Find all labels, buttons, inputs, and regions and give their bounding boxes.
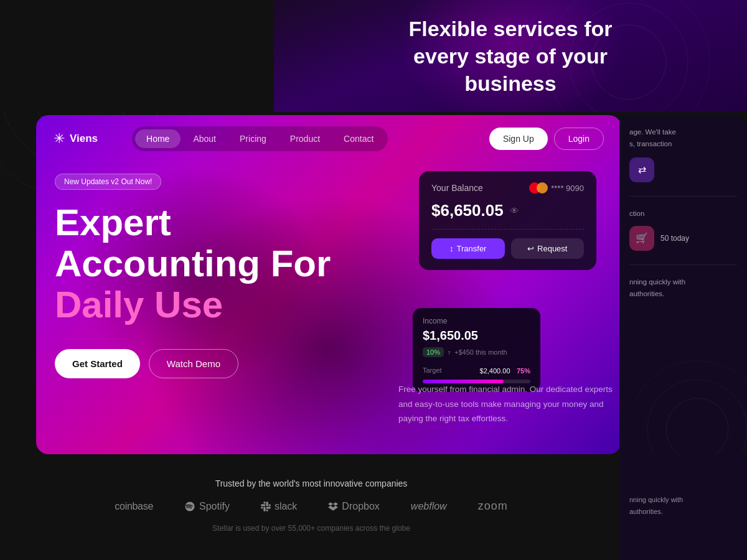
request-button[interactable]: ↩ Request	[511, 238, 585, 259]
signup-button[interactable]: Sign Up	[489, 128, 548, 150]
coinbase-logo: coinbase	[115, 501, 153, 512]
balance-amount: $6,650.05	[431, 201, 504, 220]
svg-point-9	[635, 361, 747, 454]
right-panel-block-1: age. We'll take s, transaction ⇄	[629, 126, 737, 182]
right-panel-amount: 50 today	[660, 234, 689, 243]
income-label: Income	[423, 317, 530, 325]
logo-icon: ✳	[54, 131, 65, 147]
nav-link-contact[interactable]: Contact	[332, 129, 385, 148]
eye-icon[interactable]: 👁	[510, 205, 519, 216]
income-card: Income $1,650.05 10% ↑ +$450 this month …	[413, 308, 540, 392]
logo-text: Viens	[70, 133, 98, 145]
income-amount: $1,650.05	[423, 329, 530, 343]
transfer-icon: ↕	[449, 244, 454, 253]
new-updates-badge: New Updates v2 Out Now!	[55, 174, 161, 190]
brands-row: coinbase Spotify slack Dropbox webflow z…	[115, 500, 507, 513]
spotify-icon	[184, 501, 195, 512]
bottom-right-panel: nning quickly with authorities.	[619, 451, 747, 560]
right-panel-divider-2	[629, 264, 737, 265]
description-area: Free yourself from financial admin. Our …	[398, 382, 622, 426]
navbar: ✳ Viens Home About Pricing Product Conta…	[36, 115, 621, 162]
right-panel-circles	[635, 342, 747, 454]
nav-links-container: Home About Pricing Product Contact	[132, 126, 388, 151]
trusted-heading: Trusted by the world's most innovative c…	[215, 478, 408, 488]
right-panel-divider	[629, 196, 737, 197]
webflow-logo: webflow	[411, 501, 447, 512]
nav-link-home[interactable]: Home	[135, 129, 181, 148]
svg-point-7	[666, 398, 728, 454]
slack-logo: slack	[261, 501, 297, 512]
right-action-btn-1[interactable]: ⇄	[629, 157, 654, 182]
income-change: +$450 this month	[454, 348, 507, 356]
target-amount: $2,400.00	[480, 367, 510, 375]
bottom-right-text-1: nning quickly with authorities.	[629, 494, 737, 517]
request-icon: ↩	[527, 244, 534, 253]
transfer-button[interactable]: ↕ Transfer	[431, 238, 505, 259]
right-side-panel: age. We'll take s, transaction ⇄ ction 🛒…	[619, 115, 747, 454]
nav-link-product[interactable]: Product	[279, 129, 331, 148]
watch-demo-button[interactable]: Watch Demo	[149, 349, 238, 378]
description-text: Free yourself from financial admin. Our …	[398, 382, 622, 426]
dropbox-logo: Dropbox	[328, 501, 379, 512]
card-chip: **** 9090	[529, 182, 584, 194]
right-panel-text-1: age. We'll take s, transaction	[629, 126, 737, 150]
slack-icon	[261, 502, 271, 511]
target-pct: 75%	[517, 367, 530, 375]
hero-title: Expert Accounting For Daily Use	[55, 202, 378, 325]
nav-actions: Sign Up Login	[489, 128, 604, 150]
target-label: Target	[423, 366, 442, 374]
svg-point-8	[647, 380, 747, 454]
card-number: **** 9090	[551, 184, 584, 193]
right-panel-text-6: authorities.	[629, 288, 737, 300]
stellar-footer-text: Stellar is used by over 55,000+ companie…	[212, 524, 410, 533]
dropbox-icon	[328, 502, 338, 511]
bottom-section: Trusted by the world's most innovative c…	[0, 451, 622, 560]
right-panel-block-2: ction 🛒 50 today	[629, 208, 737, 251]
zoom-logo: zoom	[478, 500, 508, 513]
nav-link-pricing[interactable]: Pricing	[228, 129, 278, 148]
right-panel-text-5: nning quickly with	[629, 276, 737, 288]
balance-card: Your Balance **** 9090 $6,650.05 👁 ↕ Tra…	[419, 171, 596, 270]
mastercard-icon	[529, 182, 548, 194]
login-button[interactable]: Login	[554, 128, 604, 150]
cart-icon: 🛒	[636, 232, 648, 244]
flexible-services-title: Flexible services for every stage of you…	[409, 15, 613, 98]
logo[interactable]: ✳ Viens	[54, 131, 98, 147]
right-panel-text-2: ction	[629, 208, 737, 220]
nav-link-about[interactable]: About	[182, 129, 227, 148]
get-started-button[interactable]: Get Started	[55, 349, 140, 378]
income-arrow: ↑	[448, 349, 451, 356]
balance-label: Your Balance	[431, 183, 483, 193]
exchange-icon: ⇄	[638, 164, 646, 175]
top-right-banner: Flexible services for every stage of you…	[274, 0, 747, 112]
income-percentage: 10%	[423, 347, 444, 357]
right-action-btn-2[interactable]: 🛒	[629, 226, 654, 251]
spotify-logo: Spotify	[184, 501, 230, 512]
balance-divider	[431, 229, 584, 230]
top-area	[0, 0, 274, 112]
right-panel-block-3: nning quickly with authorities.	[629, 276, 737, 300]
